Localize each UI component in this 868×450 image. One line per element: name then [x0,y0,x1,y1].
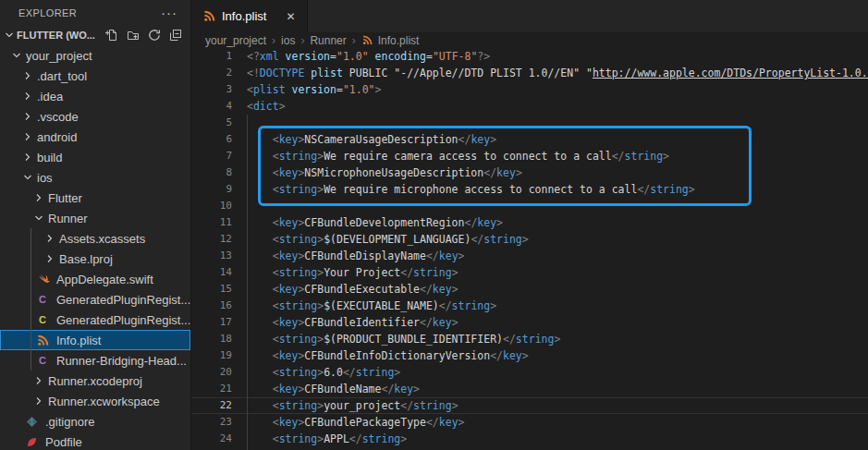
tree-item-label: Assets.xcassets [57,232,145,246]
code-line-content[interactable]: <dict> [232,98,868,115]
line-number[interactable]: 18 [191,331,232,347]
tree-item-build[interactable]: build [0,147,190,167]
tree-item-your-project[interactable]: your_project [0,45,190,66]
breadcrumb-item-ios[interactable]: ios [281,34,295,47]
tree-item-info-plist[interactable]: Info.plist [0,330,190,350]
line-number[interactable]: 12 [191,231,232,248]
chevron-right-icon[interactable] [20,150,35,164]
line-number[interactable]: 24 [191,431,232,447]
code-line-content[interactable]: <string>your_project</string> [232,397,868,414]
breadcrumb-item-your-project[interactable]: your_project [205,34,266,47]
code-line-content[interactable]: <string>$(EXECUTABLE_NAME)</string> [232,298,868,314]
code-line-content[interactable]: <?xml version="1.0" encoding="UTF-8"?> [232,48,868,65]
line-number[interactable]: 6 [191,131,232,148]
line-number[interactable]: 10 [191,198,232,214]
line-number[interactable]: 13 [191,248,232,264]
tree-item-idea[interactable]: .idea [0,86,190,106]
chevron-right-icon[interactable] [20,109,35,124]
line-number[interactable]: 15 [191,281,232,298]
new-file-icon[interactable] [104,28,119,43]
tree-item-generatedpluginregist[interactable]: CGeneratedPluginRegist... [0,289,190,310]
collapse-all-icon[interactable] [168,28,183,43]
tree-item-vscode[interactable]: .vscode [0,106,190,127]
close-icon[interactable]: ✕ [281,7,300,26]
explorer-title: EXPLORER [18,7,77,18]
line-number[interactable]: 14 [191,264,232,281]
code-line-content[interactable]: <string>APPL</string> [232,431,868,447]
new-folder-icon[interactable] [126,28,141,43]
code-line-content[interactable]: <key>NSMicrophoneUsageDescription</key> [232,164,868,181]
workspace-section-header[interactable]: FLUTTER (WO... [0,25,190,45]
line-number[interactable]: 17 [191,314,232,331]
line-number[interactable]: 22 [191,397,232,414]
line-number[interactable]: 19 [191,347,232,364]
code-line-content[interactable]: <key>CFBundleInfoDictionaryVersion</key> [232,347,868,364]
tree-item-ios[interactable]: ios [0,167,190,188]
code-line-content[interactable]: <key>CFBundleExecutable</key> [232,281,868,298]
tree-item-dart-tool[interactable]: .dart_tool [0,66,190,86]
code-line-content[interactable] [232,198,868,214]
tree-item-podfile[interactable]: Podfile [0,432,190,450]
line-number[interactable]: 11 [191,214,232,231]
chevron-down-icon[interactable] [9,48,24,63]
code-line-content[interactable]: <string>$(DEVELOPMENT_LANGUAGE)</string> [232,231,868,248]
code-line-content[interactable]: <key>CFBundleIdentifier</key> [232,314,868,331]
code-line-content[interactable]: <key>CFBundleDevelopmentRegion</key> [232,214,868,231]
code-line-content[interactable]: <string>We require microphone access to … [232,181,868,198]
line-number[interactable]: 3 [191,81,232,98]
refresh-icon[interactable] [147,28,162,43]
code-editor[interactable]: 1<?xml version="1.0" encoding="UTF-8"?>2… [191,48,868,450]
code-line-content[interactable]: <key>NSCameraUsageDescription</key> [232,131,868,148]
tree-item-appdelegate-swift[interactable]: AppDelegate.swift [0,269,190,289]
chevron-right-icon[interactable] [43,231,57,246]
chevron-right-icon[interactable] [31,394,46,408]
tree-item-base-lproj[interactable]: Base.lproj [0,249,190,269]
code-line-content[interactable]: <key>CFBundleDisplayName</key> [232,248,868,264]
line-number[interactable]: 1 [191,48,232,65]
tab-info-plist[interactable]: Info.plist ✕ [191,0,308,32]
code-line-content[interactable]: <string>Your Project</string> [232,264,868,281]
tree-item-label: GeneratedPluginRegist... [55,293,190,307]
line-number[interactable]: 21 [191,381,232,397]
chevron-right-icon[interactable] [31,373,46,388]
code-line-content[interactable]: <string>6.0</string> [232,364,868,381]
chevron-down-icon[interactable] [20,170,35,185]
code-line-content[interactable] [232,115,868,131]
tree-item-flutter[interactable]: Flutter [0,188,190,208]
line-number[interactable]: 8 [191,164,232,181]
tree-item-gitignore[interactable]: .gitignore [0,411,190,432]
tree-item-runner-xcworkspace[interactable]: Runner.xcworkspace [0,391,190,411]
line-number[interactable]: 23 [191,414,232,431]
code-line-content[interactable]: <key>CFBundleName</key> [232,381,868,397]
code-line-content[interactable]: <string>$(PRODUCT_BUNDLE_IDENTIFIER)</st… [232,331,868,347]
tree-item-runner[interactable]: Runner [0,208,190,228]
line-number[interactable]: 20 [191,364,232,381]
tree-item-assets-xcassets[interactable]: Assets.xcassets [0,228,190,249]
tree-item-android[interactable]: android [0,127,190,147]
breadcrumb-item-runner[interactable]: Runner [310,34,346,47]
line-number[interactable]: 5 [191,115,232,131]
chevron-down-icon[interactable] [2,28,17,43]
code-line: 9 <string>We require microphone access t… [191,181,868,198]
tree-item-runner-bridging-head[interactable]: CRunner-Bridging-Head... [0,350,190,371]
breadcrumb-item-info-plist[interactable]: Info.plist [378,34,420,47]
chevron-right-icon[interactable] [20,129,35,144]
chevron-right-icon[interactable] [31,190,46,205]
chevron-right-icon[interactable] [20,68,35,83]
code-line-content[interactable]: <!DOCTYPE plist PUBLIC "-//Apple//DTD PL… [232,65,868,81]
line-number[interactable]: 16 [191,298,232,314]
line-number[interactable]: 7 [191,148,232,164]
chevron-right-icon[interactable] [20,89,35,103]
line-number[interactable]: 9 [191,181,232,198]
tree-item-label: Flutter [46,191,82,205]
code-line-content[interactable]: <string>We require camera access to conn… [232,148,868,164]
line-number[interactable]: 4 [191,98,232,115]
line-number[interactable]: 2 [191,65,232,81]
chevron-right-icon[interactable] [43,251,57,266]
chevron-down-icon[interactable] [31,211,46,225]
code-line-content[interactable]: <key>CFBundlePackageType</key> [232,414,868,431]
more-actions-icon[interactable]: ··· [161,8,177,18]
tree-item-runner-xcodeproj[interactable]: Runner.xcodeproj [0,371,190,391]
code-line-content[interactable]: <plist version="1.0"> [232,81,868,98]
tree-item-generatedpluginregist[interactable]: CGeneratedPluginRegist... [0,310,190,330]
